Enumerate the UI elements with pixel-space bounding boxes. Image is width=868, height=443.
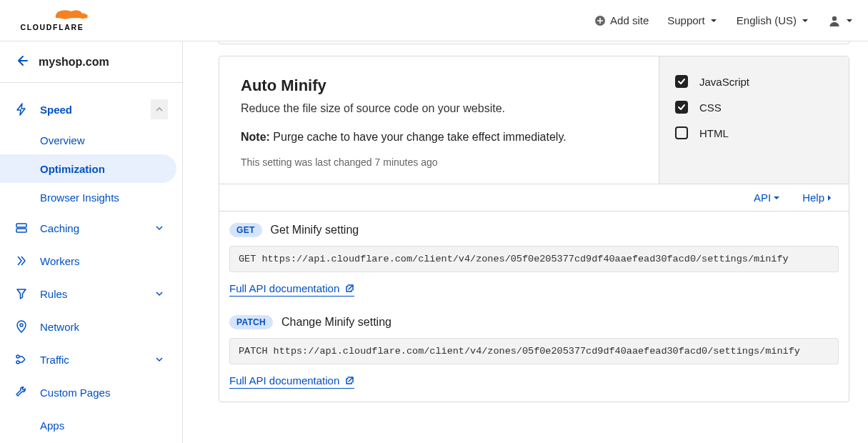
card-description: Reduce the file size of source code on y… [241,102,637,115]
caret-down-icon [709,16,718,25]
minify-html-checkbox[interactable]: HTML [675,126,833,139]
api-get-code[interactable]: GET https://api.cloudflare.com/client/v4… [229,246,839,272]
checkbox-checked-icon [675,75,688,88]
nav-speed-browser-insights[interactable]: Browser Insights [0,183,182,211]
support-label: Support [667,14,705,26]
caret-down-icon [151,285,168,302]
back-button[interactable] [14,54,29,70]
checkbox-checked-icon [675,101,688,114]
api-get-doc-link[interactable]: Full API documentation [229,282,354,297]
add-site-button[interactable]: Add site [594,14,649,26]
card-title: Auto Minify [241,76,637,95]
help-link[interactable]: Help [802,191,833,204]
caret-down-icon [151,219,168,237]
minify-html-label: HTML [699,127,729,139]
svg-rect-7 [16,224,26,227]
api-patch-section: PATCH Change Minify setting PATCH https:… [219,309,849,402]
svg-point-6 [832,16,837,20]
caret-down-icon [845,16,854,25]
svg-text:CLOUDFLARE: CLOUDFLARE [20,24,84,31]
nav-traffic[interactable]: Traffic [0,343,182,376]
auto-minify-card: Auto Minify Reduce the file size of sour… [219,56,849,402]
external-link-icon [345,284,354,293]
caret-down-icon [151,351,168,368]
minify-css-checkbox[interactable]: CSS [675,101,833,114]
add-site-label: Add site [610,14,649,26]
checkbox-unchecked-icon [675,126,688,139]
caret-down-icon [801,16,809,25]
svg-rect-8 [16,229,26,232]
language-label: English (US) [737,14,797,26]
location-icon [14,319,29,334]
nav-network-label: Network [40,321,79,333]
minify-css-label: CSS [699,101,722,114]
previous-card-edge [219,41,849,44]
nav-workers[interactable]: Workers [0,244,182,277]
site-name: myshop.com [39,56,109,69]
chevron-up-icon [151,99,168,119]
api-patch-code[interactable]: PATCH https://api.cloudflare.com/client/… [229,338,839,364]
nav-network[interactable]: Network [0,310,182,343]
nav-workers-label: Workers [40,255,80,267]
nav-apps[interactable]: Apps [0,409,182,442]
funnel-icon [14,287,29,301]
nav-apps-label: Apps [40,419,64,432]
nav-rules-label: Rules [40,288,67,300]
apps-icon [14,418,29,432]
api-get-section: GET Get Minify setting GET https://api.c… [219,211,849,309]
card-note: Note: Purge cache to have your change ta… [241,131,637,144]
svg-point-9 [20,324,23,327]
user-menu[interactable] [828,14,854,27]
svg-point-11 [16,361,19,364]
nav-custom-pages-label: Custom Pages [40,387,110,399]
nav-rules[interactable]: Rules [0,277,182,310]
patch-badge: PATCH [229,315,273,329]
nav-caching-label: Caching [40,222,79,234]
arrow-left-icon [14,54,29,68]
nav-caching[interactable]: Caching [0,211,182,244]
workers-icon [14,254,29,268]
bolt-icon [14,102,29,116]
user-icon [828,14,841,27]
traffic-icon [14,352,29,367]
caret-right-icon [826,194,833,202]
minify-javascript-label: JavaScript [699,76,749,88]
caret-down-icon [772,194,781,202]
nav-speed-label: Speed [40,104,72,116]
card-last-changed: This setting was last changed 7 minutes … [241,156,637,168]
storage-icon [14,221,29,235]
external-link-icon [345,376,354,385]
api-patch-doc-link[interactable]: Full API documentation [229,374,354,389]
nav-speed-optimization[interactable]: Optimization [0,154,176,183]
api-patch-title: Change Minify setting [281,316,391,329]
get-badge: GET [229,223,262,237]
api-toggle[interactable]: API [754,191,781,204]
nav-speed[interactable]: Speed [0,93,182,126]
language-dropdown[interactable]: English (US) [737,14,809,26]
nav-traffic-label: Traffic [40,354,69,366]
nav-speed-overview[interactable]: Overview [0,126,182,154]
wrench-icon [14,385,29,399]
minify-javascript-checkbox[interactable]: JavaScript [675,75,833,88]
svg-point-10 [16,355,19,358]
support-dropdown[interactable]: Support [667,14,718,26]
svg-rect-3 [56,14,88,18]
api-get-title: Get Minify setting [271,224,359,237]
cloudflare-logo[interactable]: CLOUDFLARE [14,7,93,34]
nav-custom-pages[interactable]: Custom Pages [0,376,182,409]
plus-circle-icon [594,15,606,26]
